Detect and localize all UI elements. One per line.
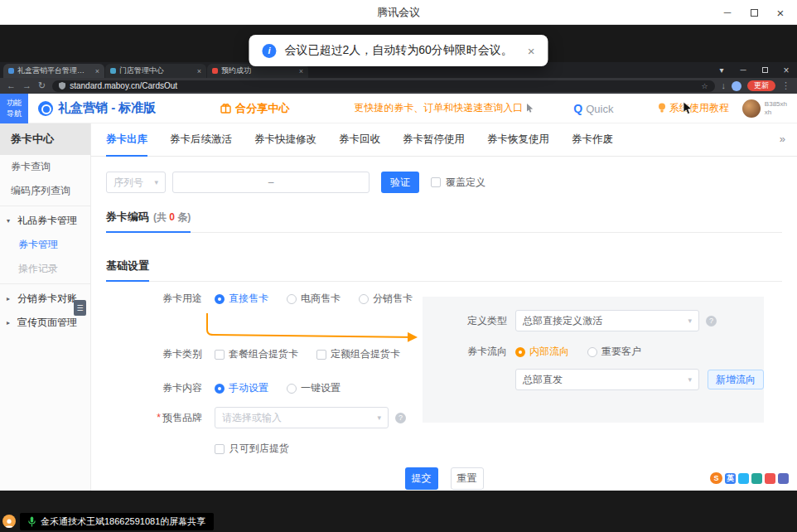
browser-tab-1[interactable]: 礼盒营销平台管理中心 × bbox=[3, 64, 104, 78]
caret-right-icon: ▸ bbox=[7, 319, 14, 326]
sidebar-group-gift-card-mgmt[interactable]: ▾ 礼品券卡管理 bbox=[0, 209, 90, 233]
sidebar-item-operation-log[interactable]: 操作记录 bbox=[0, 257, 90, 281]
store-only-label: 只可到店提货 bbox=[229, 442, 289, 456]
serial-range-input[interactable]: – bbox=[172, 172, 370, 193]
tab-card-restore[interactable]: 券卡恢复使用 bbox=[487, 123, 549, 156]
chevron-down-icon: ▾ bbox=[154, 178, 158, 186]
tab-close-icon[interactable]: × bbox=[197, 67, 201, 75]
definition-type-value: 总部直接定义激活 bbox=[523, 314, 602, 328]
extension-translate-icon[interactable]: 英 bbox=[725, 473, 736, 484]
usage-option-distribution-sale[interactable]: 分销售卡 bbox=[359, 292, 413, 306]
sharer-avatar-icon[interactable] bbox=[2, 515, 16, 528]
promo-link[interactable]: 更快捷的券卡、订单和快递速查询入口 bbox=[354, 101, 534, 115]
nav-toggle-line1: 功能 bbox=[7, 98, 22, 108]
card-codes-title-text: 券卡编码 bbox=[106, 210, 149, 223]
tab-card-recycle[interactable]: 券卡回收 bbox=[339, 123, 380, 156]
submit-button[interactable]: 提交 bbox=[405, 467, 438, 490]
content-option-label: 手动设置 bbox=[229, 381, 268, 395]
help-icon[interactable]: ? bbox=[395, 413, 406, 423]
browser-maximize-icon[interactable] bbox=[754, 67, 775, 73]
radio-icon[interactable] bbox=[287, 384, 297, 394]
meeting-title: 腾讯会议 bbox=[377, 5, 420, 20]
content-option-manual[interactable]: 手动设置 bbox=[215, 381, 268, 395]
override-checkbox[interactable] bbox=[431, 177, 441, 187]
tab-card-void[interactable]: 券卡作废 bbox=[572, 123, 613, 156]
content-option-label: 一键设置 bbox=[301, 381, 341, 395]
info-icon: i bbox=[262, 44, 276, 58]
checkbox-icon[interactable] bbox=[316, 350, 326, 360]
browser-minimize-icon[interactable]: ─ bbox=[732, 65, 754, 75]
minimize-icon[interactable]: ─ bbox=[714, 0, 741, 25]
user-menu[interactable]: B385xh xh bbox=[742, 99, 787, 118]
download-icon[interactable]: ↓ bbox=[722, 81, 727, 90]
category-option-combo-pickup-card[interactable]: 套餐组合提货卡 bbox=[215, 347, 298, 361]
search-icon: Q bbox=[573, 102, 582, 115]
sidebar-collapse-handle[interactable]: ☰ bbox=[74, 300, 86, 316]
presale-brand-select[interactable]: 请选择或输入 ▾ bbox=[215, 407, 389, 428]
radio-icon[interactable] bbox=[359, 294, 369, 304]
content-option-one-click[interactable]: 一键设置 bbox=[287, 381, 341, 395]
card-codes-count: (共 0 条) bbox=[153, 211, 191, 223]
override-label: 覆盖定义 bbox=[446, 176, 485, 190]
app-header: 功能 导航 礼盒营销 - 标准版 合分享中心 更快捷的券卡、订单和快递速查询入口… bbox=[0, 94, 797, 123]
reload-icon[interactable]: ↻ bbox=[38, 81, 46, 90]
help-icon[interactable]: ? bbox=[706, 316, 717, 326]
url-input[interactable]: standard.maboy.cn/CardsOut ☆ bbox=[52, 80, 714, 92]
store-only-checkbox[interactable] bbox=[215, 444, 225, 454]
override-checkbox-group[interactable]: 覆盖定义 bbox=[431, 176, 485, 190]
tab-card-suspend[interactable]: 券卡暂停使用 bbox=[403, 123, 465, 156]
tab-close-icon[interactable]: × bbox=[299, 67, 303, 75]
screen-share-label: 金禾通技术王斌18662591081的屏幕共享 bbox=[41, 515, 205, 528]
sidebar-item-card-management[interactable]: 券卡管理 bbox=[0, 233, 90, 257]
browser-toolbar-right: ↓ 更新 ⋮ bbox=[722, 80, 791, 91]
tab-card-followup-activate[interactable]: 券卡后续激活 bbox=[170, 123, 232, 156]
card-codes-title: 券卡编码(共 0 条) bbox=[106, 210, 191, 233]
browser-update-button[interactable]: 更新 bbox=[747, 80, 775, 91]
extension-icon[interactable] bbox=[751, 473, 762, 484]
tab-close-icon[interactable]: × bbox=[95, 67, 99, 75]
sidebar-item-card-query[interactable]: 券卡查询 bbox=[0, 155, 90, 179]
radio-icon[interactable] bbox=[287, 294, 297, 304]
screen-share-pill[interactable]: 金禾通技术王斌18662591081的屏幕共享 bbox=[20, 513, 214, 530]
extension-sogou-icon[interactable]: S bbox=[710, 472, 722, 484]
extension-icon[interactable] bbox=[738, 473, 749, 484]
browser-profile-avatar[interactable] bbox=[732, 81, 741, 91]
verify-button[interactable]: 验证 bbox=[381, 172, 419, 193]
serial-select[interactable]: 序列号 ▾ bbox=[106, 172, 166, 193]
usage-option-ecommerce-sale[interactable]: 电商售卡 bbox=[287, 292, 341, 306]
extension-icon[interactable] bbox=[778, 473, 789, 484]
site-security-icon bbox=[59, 82, 65, 89]
browser-close-icon[interactable]: × bbox=[775, 65, 797, 76]
user-avatar bbox=[742, 99, 761, 118]
extension-icon[interactable] bbox=[765, 473, 775, 484]
forward-icon[interactable]: → bbox=[22, 81, 31, 90]
tab-card-outbound[interactable]: 券卡出库 bbox=[106, 123, 147, 156]
category-option-fixed-combo-pickup-card[interactable]: 定额组合提货卡 bbox=[316, 347, 400, 361]
serial-select-placeholder: 序列号 bbox=[114, 176, 143, 190]
radio-selected-icon[interactable] bbox=[215, 384, 225, 394]
usage-option-label: 分销售卡 bbox=[373, 292, 413, 306]
browser-addressbar: ← → ↻ standard.maboy.cn/CardsOut ☆ ↓ 更新 … bbox=[0, 78, 797, 94]
usage-option-direct-sale[interactable]: 直接售卡 bbox=[215, 292, 268, 306]
bookmark-star-icon[interactable]: ☆ bbox=[701, 82, 708, 90]
tab-card-quick-modify[interactable]: 券卡快捷修改 bbox=[254, 123, 316, 156]
store-only-row[interactable]: 只可到店提货 bbox=[215, 442, 797, 456]
card-category-row: 券卡类别 套餐组合提货卡 定额组合提货卡 bbox=[152, 347, 797, 361]
definition-type-select[interactable]: 总部直接定义激活 ▾ bbox=[515, 310, 699, 331]
checkbox-icon[interactable] bbox=[215, 350, 225, 360]
reset-button[interactable]: 重置 bbox=[451, 467, 484, 490]
browser-menu-icon[interactable]: ⋮ bbox=[781, 81, 790, 90]
sidebar-item-code-sequence-query[interactable]: 编码序列查询 bbox=[0, 179, 90, 203]
notification-close-icon[interactable]: × bbox=[528, 44, 535, 58]
quick-search[interactable]: Q Quick bbox=[573, 102, 613, 115]
panel-collapse-icon[interactable]: » bbox=[780, 133, 784, 145]
share-center-link[interactable]: 合分享中心 bbox=[220, 101, 289, 116]
browser-tab-2[interactable]: 门店管理中心 × bbox=[105, 64, 206, 78]
close-icon[interactable]: × bbox=[767, 0, 794, 25]
maximize-icon[interactable] bbox=[741, 0, 767, 25]
back-icon[interactable]: ← bbox=[7, 81, 16, 90]
radio-selected-icon[interactable] bbox=[215, 294, 225, 304]
function-nav-toggle[interactable]: 功能 导航 bbox=[0, 94, 28, 123]
tab-search-icon[interactable]: ▾ bbox=[711, 65, 732, 75]
tab-label: 门店管理中心 bbox=[119, 65, 194, 76]
